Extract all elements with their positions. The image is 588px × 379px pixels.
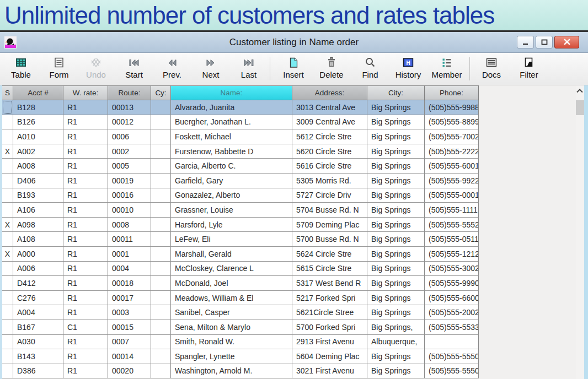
table-row[interactable]: C276R100017Meadows, William & El5217 For… <box>2 291 481 306</box>
cell-address[interactable]: 5624 Circle Stre <box>292 247 367 262</box>
cell-city[interactable]: Big Springs <box>367 188 425 203</box>
cell-name[interactable]: Spangler, Lynette <box>171 349 292 364</box>
cell-acct[interactable]: A010 <box>13 129 63 144</box>
cell-phone[interactable]: (505)555-8899 <box>425 115 479 130</box>
cell-name[interactable]: Alvarado, Juanita <box>171 100 292 115</box>
delete-button[interactable]: Delete <box>313 55 350 84</box>
cell-wrate[interactable]: R1 <box>63 144 108 159</box>
cell-city[interactable]: Big Springs <box>367 262 425 277</box>
column-header-acct[interactable]: Acct # <box>13 85 63 100</box>
cell-acct[interactable]: B193 <box>13 188 63 203</box>
cell-wrate[interactable]: R1 <box>63 305 108 320</box>
cell-cy[interactable] <box>151 144 171 159</box>
cell-address[interactable]: 5317 West Bend R <box>292 276 367 291</box>
cell-wrate[interactable]: R1 <box>63 174 108 188</box>
vertical-scrollbar[interactable] <box>575 85 584 379</box>
cell-address[interactable]: 2913 First Avenu <box>292 335 367 350</box>
cell-name[interactable]: Buergher, Jonathan L. <box>171 115 292 130</box>
cell-route[interactable]: 0003 <box>108 305 151 320</box>
cell-phone[interactable]: (505)555-7002 <box>425 129 479 144</box>
cell-wrate[interactable]: R1 <box>63 291 108 306</box>
cell-city[interactable]: Big Springs <box>367 364 425 379</box>
cell-name[interactable]: Gonazalez, Alberto <box>171 188 292 203</box>
column-header-s[interactable]: S <box>2 85 13 100</box>
cell-phone[interactable]: (505)555-5550 <box>425 364 479 379</box>
cell-route[interactable]: 0002 <box>108 144 151 159</box>
table-row[interactable]: A030R10007Smith, Ronald W.2913 First Ave… <box>2 335 481 350</box>
cell-city[interactable]: Albuquerque, <box>367 335 425 350</box>
table-row[interactable]: A004R10003Sanibel, Casper5621Circle Stre… <box>2 305 481 320</box>
prev-button[interactable]: Prev. <box>153 55 191 84</box>
cell-wrate[interactable]: R1 <box>63 100 108 115</box>
maximize-button[interactable] <box>536 36 553 48</box>
cell-phone[interactable] <box>425 335 479 350</box>
cell-name[interactable]: Harsford, Lyle <box>171 218 292 232</box>
cell-address[interactable]: 5217 Forked Spri <box>292 291 367 306</box>
cell-s[interactable]: X <box>2 247 13 262</box>
column-header-phone[interactable]: Phone: <box>425 85 479 100</box>
cell-phone[interactable]: (505)555-9988 <box>425 100 479 115</box>
cell-s[interactable] <box>2 364 13 379</box>
cell-s[interactable] <box>2 129 13 144</box>
cell-s[interactable] <box>2 291 13 306</box>
cell-address[interactable]: 5615 Circle Stre <box>292 262 367 277</box>
cell-name[interactable]: Meadows, William & El <box>171 291 292 306</box>
cell-address[interactable]: 3009 Central Ave <box>292 115 367 130</box>
cell-phone[interactable]: (505)555-9990 <box>425 276 479 291</box>
table-row[interactable]: A010R10006Foskett, Michael5612 Circle St… <box>2 129 481 144</box>
minimize-button[interactable] <box>517 36 534 48</box>
cell-route[interactable]: 0007 <box>108 335 151 350</box>
table-row[interactable]: XA098R10008Harsford, Lyle5709 Deming Pla… <box>2 218 481 232</box>
cell-city[interactable]: Big Springs <box>367 232 425 247</box>
cell-phone[interactable]: (505)555-1212 <box>425 247 479 262</box>
cell-s[interactable] <box>2 335 13 350</box>
cell-address[interactable]: 3013 Central Ave <box>292 100 367 115</box>
cell-route[interactable]: 0004 <box>108 262 151 277</box>
cell-wrate[interactable]: R1 <box>63 232 108 247</box>
cell-s[interactable] <box>2 188 13 203</box>
cell-route[interactable]: 0005 <box>108 159 151 174</box>
cell-phone[interactable]: (505)555-5550 <box>425 349 479 364</box>
cell-s[interactable] <box>2 349 13 364</box>
cell-wrate[interactable]: R1 <box>63 335 108 350</box>
cell-s[interactable] <box>2 276 13 291</box>
cell-city[interactable]: Big Springs <box>367 247 425 262</box>
cell-acct[interactable]: A002 <box>13 144 63 159</box>
cell-address[interactable]: 5621Circle Stree <box>292 305 367 320</box>
cell-route[interactable]: 00012 <box>108 115 151 130</box>
last-button[interactable]: Last <box>230 55 268 84</box>
cell-acct[interactable]: A106 <box>13 203 63 218</box>
column-header-route[interactable]: Route: <box>108 85 151 100</box>
cell-wrate[interactable]: R1 <box>63 276 108 291</box>
table-row[interactable]: XA000R10001Marshall, Gerald5624 Circle S… <box>2 247 481 262</box>
cell-acct[interactable]: A108 <box>13 232 63 247</box>
member-button[interactable]: Member <box>428 55 466 84</box>
table-row[interactable]: B126R100012Buergher, Jonathan L.3009 Cen… <box>2 115 481 130</box>
cell-cy[interactable] <box>151 129 171 144</box>
cell-cy[interactable] <box>151 218 171 232</box>
cell-s[interactable] <box>2 100 13 115</box>
table-button[interactable]: Table <box>2 55 40 84</box>
cell-acct[interactable]: A004 <box>13 305 63 320</box>
cell-s[interactable]: X <box>2 144 13 159</box>
cell-name[interactable]: Garfield, Gary <box>171 174 292 188</box>
cell-phone[interactable]: (505)555-2222 <box>425 144 479 159</box>
table-row[interactable]: B128R100013Alvarado, Juanita3013 Central… <box>2 100 481 115</box>
column-header-cy[interactable]: Cy: <box>151 85 171 100</box>
cell-acct[interactable]: B143 <box>13 349 63 364</box>
cell-wrate[interactable]: R1 <box>63 262 108 277</box>
cell-name[interactable]: Sanibel, Casper <box>171 305 292 320</box>
cell-address[interactable]: 5612 Circle Stre <box>292 129 367 144</box>
cell-route[interactable]: 0001 <box>108 247 151 262</box>
cell-cy[interactable] <box>151 335 171 350</box>
cell-route[interactable]: 00017 <box>108 291 151 306</box>
cell-phone[interactable]: (505)555-6001 <box>425 159 479 174</box>
scroll-up-button[interactable] <box>575 85 584 95</box>
cell-cy[interactable] <box>151 349 171 364</box>
cell-acct[interactable]: D412 <box>13 276 63 291</box>
cell-wrate[interactable]: C1 <box>63 320 108 335</box>
cell-wrate[interactable]: R1 <box>63 247 108 262</box>
cell-address[interactable]: 5704 Busse Rd. N <box>292 203 367 218</box>
cell-name[interactable]: McDonald, Joel <box>171 276 292 291</box>
cell-route[interactable]: 00010 <box>108 203 151 218</box>
